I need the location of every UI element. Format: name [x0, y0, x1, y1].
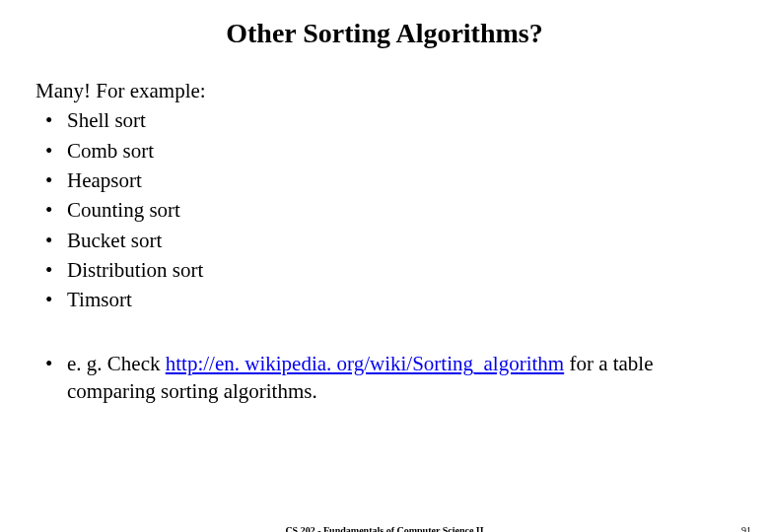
slide: Other Sorting Algorithms? Many! For exam…: [0, 18, 769, 532]
reference-block: e. g. Check http://en. wikipedia. org/wi…: [35, 350, 734, 406]
list-item: Counting sort: [45, 196, 734, 224]
bullet-list: Shell sort Comb sort Heapsort Counting s…: [45, 106, 734, 313]
reference-link[interactable]: http://en. wikipedia. org/wiki/Sorting_a…: [166, 352, 564, 375]
list-item: Timsort: [45, 286, 734, 313]
slide-body: Many! For example: Shell sort Comb sort …: [35, 77, 734, 405]
list-item: Comb sort: [45, 137, 734, 165]
footer-page-number: 91: [741, 525, 751, 532]
list-item: Distribution sort: [45, 256, 734, 284]
footer-course: CS 202 - Fundamentals of Computer Scienc…: [0, 525, 769, 532]
slide-title: Other Sorting Algorithms?: [0, 18, 769, 49]
reference-prefix: e. g. Check: [67, 352, 166, 375]
list-item: Bucket sort: [45, 227, 734, 254]
list-item: Shell sort: [45, 106, 734, 134]
intro-text: Many! For example:: [35, 77, 734, 104]
list-item: Heapsort: [45, 166, 734, 194]
reference-line: e. g. Check http://en. wikipedia. org/wi…: [45, 350, 734, 406]
